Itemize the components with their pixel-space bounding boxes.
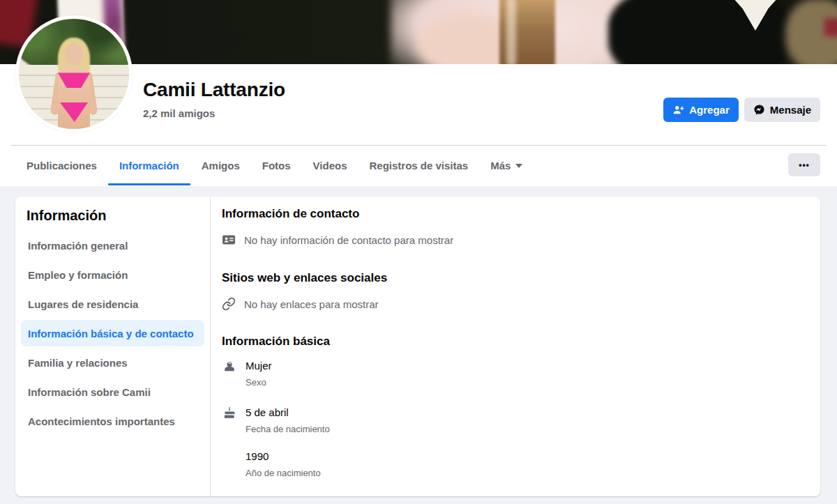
link-icon — [222, 297, 236, 311]
websites-empty-row: No hay enlaces para mostrar — [222, 297, 809, 311]
caret-down-icon — [515, 164, 522, 168]
about-card: Información Información general Empleo y… — [15, 197, 820, 496]
tab-registros-de-visitas[interactable]: Registros de visitas — [358, 146, 479, 185]
add-friend-button[interactable]: Agregar — [663, 98, 739, 122]
profile-photo[interactable] — [15, 15, 133, 132]
birth-year-row: 1990 Año de nacimiento — [222, 450, 809, 478]
more-options-button[interactable]: ••• — [788, 153, 820, 176]
sidebar-title: Información — [27, 208, 199, 224]
websites-section-title: Sitios web y enlaces sociales — [222, 270, 809, 286]
gender-icon — [222, 359, 237, 374]
gender-value: Mujer — [246, 359, 272, 372]
profile-tabbar: Publicaciones Información Amigos Fotos V… — [11, 145, 826, 185]
sidebar-item-empleo-y-formacion[interactable]: Empleo y formación — [21, 261, 204, 288]
cake-icon — [222, 406, 237, 421]
friends-count-link[interactable]: 2,2 mil amigos — [143, 107, 285, 119]
basic-section-title: Información básica — [222, 334, 809, 349]
contact-empty-row: No hay información de contacto para most… — [222, 233, 809, 247]
gender-row: Mujer Sexo — [222, 359, 809, 388]
birth-year-icon-spacer — [222, 450, 237, 465]
birthday-value: 5 de abril — [246, 406, 330, 419]
birthday-caption: Fecha de nacimiento — [246, 424, 330, 434]
ellipsis-icon: ••• — [799, 160, 810, 170]
facebook-profile-page: Camii Lattanzio 2,2 mil amigos Agregar M… — [0, 0, 837, 504]
birth-year-value: 1990 — [246, 450, 321, 463]
birth-year-caption: Año de nacimiento — [246, 468, 321, 478]
profile-photo-image — [19, 19, 129, 129]
websites-empty-text: No hay enlaces para mostrar — [244, 298, 379, 310]
add-friend-label: Agregar — [689, 104, 730, 116]
gender-fact: Mujer Sexo — [246, 359, 272, 388]
cover-art-cup-highlight — [506, 0, 516, 64]
gender-caption: Sexo — [246, 377, 272, 388]
cover-art-red-right — [824, 18, 837, 36]
person-add-icon — [672, 104, 684, 116]
about-sidebar: Información Información general Empleo y… — [15, 197, 211, 496]
tab-fotos[interactable]: Fotos — [251, 146, 302, 185]
tab-informacion[interactable]: Información — [108, 146, 190, 185]
birthday-row: 5 de abril Fecha de nacimiento — [222, 406, 809, 434]
birth-year-fact: 1990 Año de nacimiento — [246, 450, 321, 478]
tab-amigos[interactable]: Amigos — [190, 146, 251, 185]
contact-empty-text: No hay información de contacto para most… — [244, 234, 453, 246]
profile-identity: Camii Lattanzio 2,2 mil amigos — [143, 78, 285, 119]
messenger-icon — [753, 104, 765, 116]
sidebar-item-informacion-basica-y-de-contacto[interactable]: Información básica y de contacto — [21, 320, 204, 346]
tab-mas[interactable]: Más — [479, 146, 534, 185]
sidebar-item-informacion-general[interactable]: Información general — [21, 232, 204, 259]
tab-videos[interactable]: Videos — [302, 146, 359, 185]
tab-publicaciones[interactable]: Publicaciones — [15, 146, 108, 185]
message-button[interactable]: Mensaje — [744, 98, 820, 122]
message-label: Mensaje — [770, 104, 811, 116]
about-content: Información de contacto No hay informaci… — [211, 197, 820, 496]
contact-card-icon — [222, 233, 236, 247]
sidebar-item-lugares-de-residencia[interactable]: Lugares de residencia — [21, 291, 204, 317]
sidebar-item-informacion-sobre-camii[interactable]: Información sobre Camii — [21, 379, 204, 405]
sidebar-item-acontecimientos-importantes[interactable]: Acontecimientos importantes — [21, 408, 204, 434]
profile-actions: Agregar Mensaje — [663, 98, 820, 122]
avatar-art-face — [65, 43, 83, 66]
contact-section-title: Información de contacto — [222, 206, 809, 222]
birthday-fact: 5 de abril Fecha de nacimiento — [246, 406, 330, 434]
tab-mas-label: Más — [490, 160, 511, 171]
sidebar-item-familia-y-relaciones[interactable]: Familia y relaciones — [21, 349, 204, 376]
profile-name: Camii Lattanzio — [143, 78, 285, 102]
